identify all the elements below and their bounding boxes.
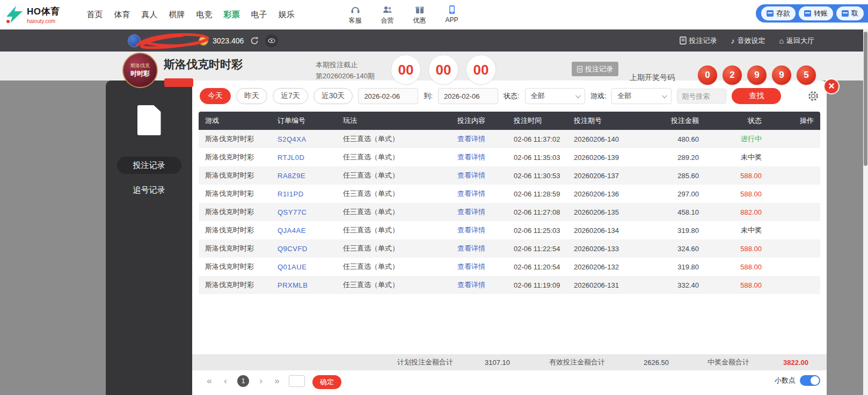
view-detail-link[interactable]: 查看详情 [429,207,514,217]
cell-time: 02-06 11:37:02 [514,135,574,143]
cell-game: 斯洛伐克时时彩 [205,280,278,290]
order-number-link[interactable]: S2Q4XA [278,135,343,143]
nav-link-esports[interactable]: 电竞 [195,8,214,22]
filter-7days-button[interactable]: 近7天 [273,88,308,104]
brand-logo[interactable]: HO体育 haiouty.com [5,5,60,24]
nav-link-lottery[interactable]: 彩票 [223,8,241,22]
table-row: 斯洛伐克时时彩S2Q4XA任三直选（单式）查看详情02-06 11:37:022… [199,130,820,148]
view-detail-link[interactable]: 查看详情 [429,262,514,272]
cell-amount: 458.10 [646,208,699,216]
view-detail-link[interactable]: 查看详情 [429,244,514,253]
table-empty-space [192,294,827,354]
deposit-button[interactable]: 存款 [761,6,796,20]
home-icon: ⌂ [779,37,784,45]
order-number-link[interactable]: RTJL0D [278,153,343,162]
transfer-button[interactable]: 转账 [799,6,833,20]
cell-time: 02-06 11:19:09 [514,281,574,289]
userbar-bet-records-link[interactable]: 投注记录 [680,36,717,46]
decimal-toggle[interactable] [800,375,820,386]
nav-link-chess[interactable]: 棋牌 [168,8,186,22]
game-select[interactable]: 全部 [611,88,672,104]
search-button[interactable]: 查找 [732,88,781,104]
sidebar-item-bet-records[interactable]: 投注记录 [117,157,181,174]
nav-item-support[interactable]: 客服 [343,4,368,25]
sidebar-item-chase-records[interactable]: 追号记录 [117,181,181,199]
main-nav: 首页 体育 真人 棋牌 电竞 彩票 电子 娱乐 [86,8,296,22]
order-number-link[interactable]: QJA4AE [278,226,343,235]
eye-icon [268,38,275,43]
table-header: 游戏订单编号玩法投注内容投注时间投注期号投注金额状态操作 [199,112,820,130]
bet-records-button[interactable]: 投注记录 [572,62,618,76]
headset-icon [350,4,361,15]
date-from-input[interactable]: 2026-02-06 [358,88,418,104]
nav-link-home[interactable]: 首页 [86,8,104,22]
filter-30days-button[interactable]: 近30天 [313,88,353,104]
status-select[interactable]: 全部 [525,88,585,104]
top-navbar: HO体育 haiouty.com 首页 体育 真人 棋牌 电竞 彩票 电子 娱乐… [0,0,868,30]
toggle-balance-visibility-button[interactable] [265,34,278,47]
nav-item-app[interactable]: APP [440,4,464,25]
page-jump-input[interactable] [289,375,305,387]
table-body: 斯洛伐克时时彩S2Q4XA任三直选（单式）查看详情02-06 11:37:022… [199,130,820,294]
order-number-link[interactable]: QSY77C [278,208,343,216]
nav-item-partner[interactable]: 合营 [375,4,400,25]
cell-time: 02-06 11:28:59 [514,190,574,198]
cell-play: 任三直选（单式） [343,280,429,290]
view-detail-link[interactable]: 查看详情 [429,171,514,180]
page-confirm-button[interactable]: 确定 [312,375,341,389]
order-number-link[interactable]: RA8Z9E [278,172,343,180]
cell-game: 斯洛伐克时时彩 [205,171,278,180]
view-detail-link[interactable]: 查看详情 [429,134,514,144]
cell-play: 任三直选（单式） [343,189,429,199]
nav-item-promo[interactable]: 优惠 [407,4,432,25]
cell-game: 斯洛伐克时时彩 [205,134,278,144]
filter-yesterday-button[interactable]: 昨天 [236,88,267,104]
filter-today-button[interactable]: 今天 [200,88,231,104]
page-scrollbar[interactable] [863,30,868,395]
avatar[interactable] [128,34,141,47]
order-number-link[interactable]: PRXMLB [278,281,343,289]
date-to-input[interactable]: 2026-02-06 [438,88,498,104]
withdraw-button[interactable]: 取 [836,6,864,20]
refresh-balance-icon[interactable] [250,36,259,45]
nav-link-slots[interactable]: 电子 [250,8,268,22]
order-number-link[interactable]: Q01AUE [278,263,343,271]
cell-play: 任三直选（单式） [343,225,429,235]
view-detail-link[interactable]: 查看详情 [429,152,514,162]
nav-link-live[interactable]: 真人 [141,8,159,22]
nav-link-entertainment[interactable]: 娱乐 [278,8,296,22]
game-logo-badge: 斯洛伐克 时时彩 [122,53,158,88]
period-search-input[interactable] [677,89,726,104]
settings-gear-icon[interactable] [807,90,819,102]
deadline-label: 本期投注截止 [316,59,375,70]
userbar-back-to-lobby-link[interactable]: ⌂ 返回大厅 [779,36,814,46]
cell-game: 斯洛伐克时时彩 [205,189,278,199]
cell-period: 20260206-140 [574,135,646,143]
last-page-button[interactable]: » [273,375,281,387]
pagination-bar: « ‹ 1 › » 确定 小数点 [192,370,827,395]
cell-play: 任三直选（单式） [343,152,429,162]
order-number-link[interactable]: Q9CVFD [278,245,343,253]
close-dialog-button[interactable]: × [823,78,840,94]
nav-item-label: 客服 [349,16,362,25]
current-page-indicator[interactable]: 1 [237,375,249,387]
first-page-button[interactable]: « [205,375,214,387]
withdraw-icon [842,10,849,17]
view-detail-link[interactable]: 查看详情 [429,189,514,199]
brand-name: HO体育 [27,5,60,18]
badge-line2: 时时彩 [130,69,150,78]
next-page-button[interactable]: › [257,375,265,387]
order-number-link[interactable]: R1I1PD [278,190,343,198]
userbar-sound-settings-link[interactable]: ♪ 音效设定 [731,36,765,46]
bet-records-button-label: 投注记录 [585,64,613,74]
prev-page-button[interactable]: ‹ [221,375,230,387]
scrollbar-thumb[interactable] [864,32,867,166]
view-detail-link[interactable]: 查看详情 [429,280,514,290]
nav-link-sports[interactable]: 体育 [113,8,132,22]
cell-play: 任三直选（单式） [343,171,429,180]
game-header-red-button[interactable] [164,78,193,87]
view-detail-link[interactable]: 查看详情 [429,225,514,235]
cell-period: 20260206-134 [574,226,646,235]
table-row: 斯洛伐克时时彩Q01AUE任三直选（单式）查看详情02-06 11:20:542… [199,258,820,276]
document-icon [577,66,582,72]
